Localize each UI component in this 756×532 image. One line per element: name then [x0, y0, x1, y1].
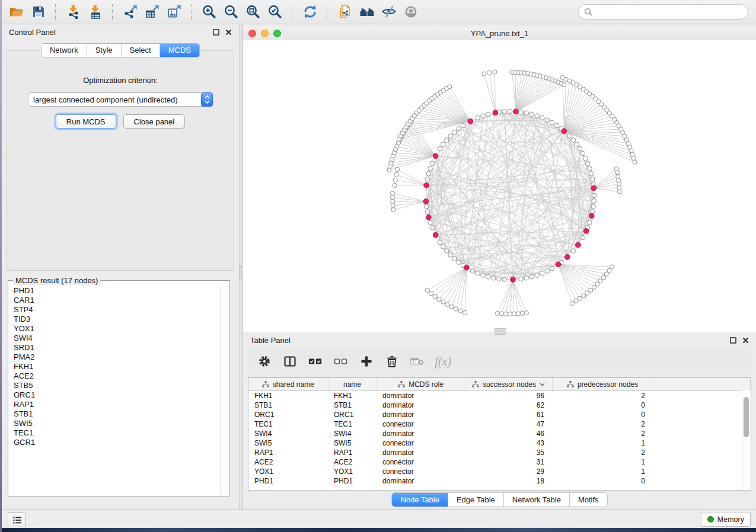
create-column-icon[interactable] [359, 354, 374, 368]
table-cell[interactable]: ORC1 [248, 410, 328, 419]
mcds-result-item[interactable]: GCR1 [14, 438, 221, 447]
graph-satellite-node[interactable] [578, 296, 582, 300]
table-row[interactable]: YOX1YOX1connector291 [248, 467, 751, 476]
graph-hub-node[interactable] [468, 118, 473, 124]
graph-hub-node[interactable] [591, 185, 596, 191]
hide-graphics-details-icon[interactable] [378, 2, 400, 21]
graph-satellite-node[interactable] [508, 312, 512, 316]
table-cell[interactable]: connector [377, 419, 465, 429]
mcds-result-item[interactable]: SWI4 [14, 334, 221, 343]
network-canvas[interactable] [243, 40, 756, 332]
table-cell[interactable]: dominator [377, 448, 465, 457]
memory-button[interactable]: Memory [701, 512, 751, 527]
graph-node[interactable] [438, 240, 442, 245]
table-cell[interactable]: 2 [552, 391, 653, 401]
graph-satellite-node[interactable] [393, 183, 397, 187]
tab-select[interactable]: Select [121, 44, 160, 57]
tab-network[interactable]: Network [42, 44, 87, 57]
graph-node[interactable] [486, 112, 490, 117]
table-cell[interactable]: connector [377, 438, 465, 448]
table-cell[interactable]: 47 [465, 419, 552, 429]
table-cell[interactable]: 96 [465, 391, 552, 401]
tab-style[interactable]: Style [87, 44, 121, 57]
graph-node[interactable] [448, 134, 453, 139]
graph-hub-node[interactable] [589, 213, 595, 219]
table-row[interactable]: TEC1TEC1connector472 [248, 419, 751, 429]
close-panel-icon[interactable] [225, 29, 232, 36]
table-row[interactable]: FKH1FKH1dominator962 [248, 391, 751, 401]
graph-node[interactable] [476, 116, 480, 120]
mcds-result-item[interactable]: ACE2 [14, 371, 221, 381]
graph-node[interactable] [540, 116, 545, 120]
mcds-result-item[interactable]: PMA2 [14, 352, 221, 362]
graph-node[interactable] [591, 204, 596, 209]
graph-node[interactable] [545, 118, 550, 123]
mcds-list-scrollbar[interactable] [220, 286, 229, 495]
table-cell[interactable]: FKH1 [328, 391, 377, 401]
table-cell[interactable]: SWI4 [328, 429, 377, 438]
graph-satellite-node[interactable] [520, 311, 524, 315]
graph-satellite-node[interactable] [458, 309, 462, 313]
optimization-criterion-select[interactable]: largest connected component (undirected) [28, 92, 213, 107]
mcds-result-item[interactable]: SRD1 [14, 343, 221, 352]
graph-satellite-node[interactable] [562, 83, 566, 87]
table-row[interactable]: RAP1RAP1dominator352 [248, 448, 751, 457]
graph-node[interactable] [430, 161, 435, 166]
graph-node[interactable] [524, 111, 529, 116]
mcds-result-item[interactable]: STP4 [14, 305, 221, 315]
table-cell[interactable]: RAP1 [248, 448, 328, 457]
zoom-in-icon[interactable] [198, 2, 220, 21]
graph-node[interactable] [519, 110, 524, 114]
table-cell[interactable]: FKH1 [248, 391, 328, 401]
graph-node[interactable] [486, 274, 490, 279]
table-cell[interactable]: dominator [377, 410, 465, 419]
graph-satellite-node[interactable] [487, 70, 492, 75]
close-panel-button[interactable]: Close panel [123, 114, 186, 129]
graph-node[interactable] [540, 271, 545, 275]
horizontal-splitter-handle[interactable] [495, 328, 506, 335]
table-cell[interactable]: connector [377, 457, 465, 467]
graph-satellite-node[interactable] [512, 312, 516, 316]
run-mcds-button[interactable]: Run MCDS [56, 114, 116, 129]
graph-hub-node[interactable] [556, 262, 561, 267]
graph-node[interactable] [476, 271, 480, 275]
table-row[interactable]: ACE2ACE2connector311 [248, 457, 751, 467]
graph-node[interactable] [428, 220, 433, 225]
graph-hub-node[interactable] [464, 265, 470, 270]
graph-node[interactable] [524, 276, 529, 281]
show-graphics-details-icon[interactable] [400, 2, 422, 21]
graph-node[interactable] [481, 114, 486, 118]
graph-node[interactable] [470, 269, 475, 274]
export-network-icon[interactable] [119, 2, 141, 21]
graph-node[interactable] [535, 114, 540, 118]
graph-satellite-node[interactable] [395, 168, 399, 172]
graph-node[interactable] [567, 134, 572, 139]
graph-node[interactable] [592, 193, 596, 198]
graph-hub-node[interactable] [565, 255, 570, 260]
column-header-predecessor-nodes[interactable]: predecessor nodes [552, 378, 653, 391]
export-image-icon[interactable] [163, 2, 185, 21]
table-cell[interactable]: dominator [377, 400, 465, 410]
graph-node[interactable] [529, 274, 534, 279]
tab-mcds[interactable]: MCDS [160, 44, 199, 57]
mcds-result-item[interactable]: CAR1 [14, 296, 221, 305]
graph-node[interactable] [550, 120, 554, 125]
graph-node[interactable] [571, 138, 576, 143]
zoom-out-icon[interactable] [220, 2, 242, 21]
graph-node[interactable] [425, 177, 430, 182]
graph-node[interactable] [430, 226, 435, 230]
graph-node[interactable] [545, 269, 550, 274]
graph-satellite-node[interactable] [617, 190, 621, 194]
mcds-result-item[interactable]: PHD1 [14, 286, 221, 296]
tab-edge-table[interactable]: Edge Table [448, 493, 503, 507]
table-cell[interactable]: STB1 [328, 400, 377, 410]
graph-satellite-node[interactable] [393, 178, 397, 182]
delete-column-icon[interactable] [385, 354, 399, 368]
graph-satellite-node[interactable] [582, 294, 586, 298]
graph-node[interactable] [580, 235, 585, 240]
graph-node[interactable] [519, 277, 524, 281]
table-cell[interactable]: SWI4 [248, 429, 328, 438]
table-cell[interactable]: 1 [552, 438, 653, 448]
table-cell[interactable]: 0 [552, 400, 653, 410]
graph-satellite-node[interactable] [391, 208, 395, 212]
